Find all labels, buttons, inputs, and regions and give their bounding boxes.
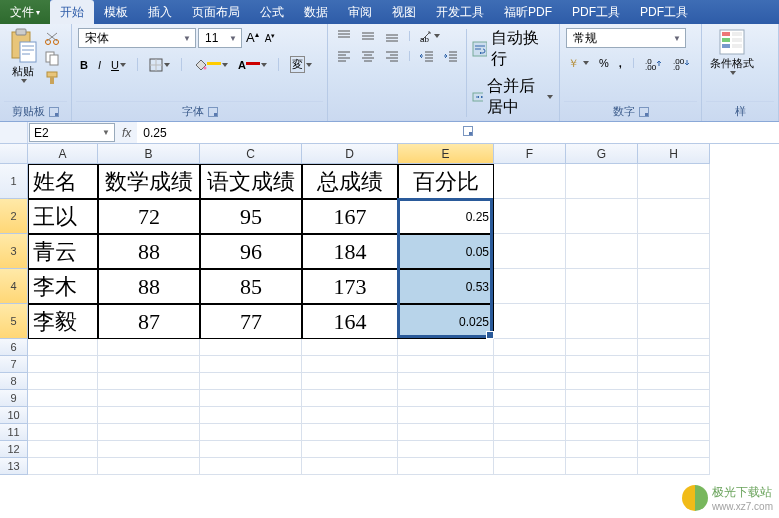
- col-header-C[interactable]: C: [200, 144, 302, 164]
- cell-F4[interactable]: [494, 269, 566, 304]
- increase-indent-button[interactable]: [441, 48, 461, 64]
- cell-G10[interactable]: [566, 407, 638, 424]
- cell-E12[interactable]: [398, 441, 494, 458]
- align-middle-button[interactable]: [358, 28, 378, 44]
- cell-A10[interactable]: [28, 407, 98, 424]
- cell-F6[interactable]: [494, 339, 566, 356]
- cell-G6[interactable]: [566, 339, 638, 356]
- cell-D11[interactable]: [302, 424, 398, 441]
- font-color-button[interactable]: A: [236, 58, 269, 72]
- cell-D8[interactable]: [302, 373, 398, 390]
- cell-E3[interactable]: 0.05: [398, 234, 494, 269]
- cell-C1[interactable]: 语文成绩: [200, 164, 302, 199]
- cell-A1[interactable]: 姓名: [28, 164, 98, 199]
- row-header-1[interactable]: 1: [0, 164, 28, 199]
- col-header-A[interactable]: A: [28, 144, 98, 164]
- cell-H2[interactable]: [638, 199, 710, 234]
- cell-F13[interactable]: [494, 458, 566, 475]
- cell-B13[interactable]: [98, 458, 200, 475]
- cell-G13[interactable]: [566, 458, 638, 475]
- border-button[interactable]: [147, 57, 172, 73]
- cell-H13[interactable]: [638, 458, 710, 475]
- cell-F3[interactable]: [494, 234, 566, 269]
- cell-C13[interactable]: [200, 458, 302, 475]
- cell-B6[interactable]: [98, 339, 200, 356]
- cell-D9[interactable]: [302, 390, 398, 407]
- cell-F10[interactable]: [494, 407, 566, 424]
- cell-F8[interactable]: [494, 373, 566, 390]
- cell-grid[interactable]: 姓名数学成绩语文成绩总成绩百分比王以72951670.25青云88961840.…: [28, 164, 779, 518]
- cell-A13[interactable]: [28, 458, 98, 475]
- cell-D5[interactable]: 164: [302, 304, 398, 339]
- cell-E5[interactable]: 0.025: [398, 304, 494, 339]
- cell-C6[interactable]: [200, 339, 302, 356]
- cell-H4[interactable]: [638, 269, 710, 304]
- copy-button[interactable]: [44, 50, 60, 66]
- conditional-format-button[interactable]: 条件格式: [706, 26, 758, 77]
- cut-button[interactable]: [44, 30, 60, 46]
- cell-E8[interactable]: [398, 373, 494, 390]
- cell-A4[interactable]: 李木: [28, 269, 98, 304]
- decrease-decimal-button[interactable]: .00.0: [671, 55, 693, 71]
- cell-H8[interactable]: [638, 373, 710, 390]
- cell-H5[interactable]: [638, 304, 710, 339]
- cell-B8[interactable]: [98, 373, 200, 390]
- row-header-9[interactable]: 9: [0, 390, 28, 407]
- cell-B9[interactable]: [98, 390, 200, 407]
- row-header-10[interactable]: 10: [0, 407, 28, 424]
- font-size-combo[interactable]: 11▼: [198, 28, 242, 48]
- cell-E10[interactable]: [398, 407, 494, 424]
- cell-C11[interactable]: [200, 424, 302, 441]
- tab-foxit[interactable]: 福昕PDF: [494, 0, 562, 24]
- cell-B10[interactable]: [98, 407, 200, 424]
- cell-F11[interactable]: [494, 424, 566, 441]
- italic-button[interactable]: I: [96, 58, 103, 72]
- tab-review[interactable]: 审阅: [338, 0, 382, 24]
- dialog-launcher-icon[interactable]: [463, 126, 473, 136]
- cell-B1[interactable]: 数学成绩: [98, 164, 200, 199]
- increase-decimal-button[interactable]: .0.00: [643, 55, 665, 71]
- align-top-button[interactable]: [334, 28, 354, 44]
- cell-G11[interactable]: [566, 424, 638, 441]
- cell-G4[interactable]: [566, 269, 638, 304]
- row-header-2[interactable]: 2: [0, 199, 28, 234]
- align-center-button[interactable]: [358, 48, 378, 64]
- cell-H6[interactable]: [638, 339, 710, 356]
- cell-E6[interactable]: [398, 339, 494, 356]
- cell-E13[interactable]: [398, 458, 494, 475]
- grow-font-button[interactable]: A▴: [244, 29, 261, 46]
- bold-button[interactable]: B: [78, 58, 90, 72]
- cell-A9[interactable]: [28, 390, 98, 407]
- orientation-button[interactable]: ab: [417, 28, 442, 44]
- row-header-4[interactable]: 4: [0, 269, 28, 304]
- cell-E11[interactable]: [398, 424, 494, 441]
- cell-B4[interactable]: 88: [98, 269, 200, 304]
- cell-E1[interactable]: 百分比: [398, 164, 494, 199]
- fx-button[interactable]: fx: [116, 126, 137, 140]
- tab-view[interactable]: 视图: [382, 0, 426, 24]
- col-header-E[interactable]: E: [398, 144, 494, 164]
- cell-D4[interactable]: 173: [302, 269, 398, 304]
- name-box[interactable]: E2▼: [29, 123, 115, 142]
- tab-start[interactable]: 开始: [50, 0, 94, 24]
- dialog-launcher-icon[interactable]: [208, 107, 218, 117]
- tab-pdf1[interactable]: PDF工具: [562, 0, 630, 24]
- cell-G8[interactable]: [566, 373, 638, 390]
- format-painter-button[interactable]: [44, 70, 60, 86]
- cell-F1[interactable]: [494, 164, 566, 199]
- cell-D1[interactable]: 总成绩: [302, 164, 398, 199]
- cell-G3[interactable]: [566, 234, 638, 269]
- cell-D3[interactable]: 184: [302, 234, 398, 269]
- cell-A12[interactable]: [28, 441, 98, 458]
- cell-A7[interactable]: [28, 356, 98, 373]
- row-header-7[interactable]: 7: [0, 356, 28, 373]
- cell-F2[interactable]: [494, 199, 566, 234]
- align-bottom-button[interactable]: [382, 28, 402, 44]
- tab-data[interactable]: 数据: [294, 0, 338, 24]
- col-header-D[interactable]: D: [302, 144, 398, 164]
- cell-F9[interactable]: [494, 390, 566, 407]
- cell-D12[interactable]: [302, 441, 398, 458]
- cell-D6[interactable]: [302, 339, 398, 356]
- col-header-H[interactable]: H: [638, 144, 710, 164]
- tab-formula[interactable]: 公式: [250, 0, 294, 24]
